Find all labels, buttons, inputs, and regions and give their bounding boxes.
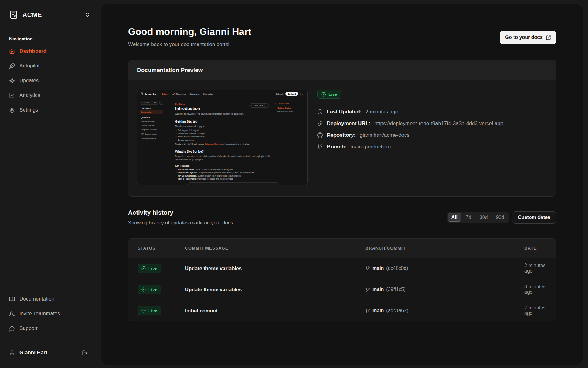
chevron-down-icon: ⌄ bbox=[161, 129, 162, 131]
sidebar-item-dashboard[interactable]: Dashboard bbox=[0, 44, 101, 59]
link-icon bbox=[317, 121, 323, 126]
check-circle-icon bbox=[141, 309, 146, 313]
check-circle-icon bbox=[141, 266, 146, 270]
nav-section-label: Navigation bbox=[9, 36, 92, 41]
col-commit-message: COMMIT MESSAGE bbox=[185, 246, 365, 251]
book-open-icon bbox=[9, 296, 15, 302]
row-date: 2 minutes ago bbox=[524, 263, 547, 274]
row-date: 3 minutes ago bbox=[524, 284, 547, 295]
gear-icon bbox=[9, 107, 15, 113]
col-date: DATE bbox=[524, 246, 547, 251]
commit-message: Initial commit bbox=[185, 308, 365, 314]
thumb-sidebar: Search... ⌘K Get Started Introduction Qu… bbox=[137, 98, 166, 185]
thumb-section-get-started: Get Started bbox=[140, 108, 163, 109]
thumb-nav-api-reference: API Reference bbox=[172, 93, 186, 95]
status-badge: Live bbox=[138, 264, 161, 273]
acme-logo-icon: d bbox=[9, 10, 18, 19]
status-badge: Live bbox=[138, 285, 161, 294]
org-switcher: d ACME bbox=[0, 9, 101, 21]
sidebar-item-autopilot[interactable]: Autopilot bbox=[0, 59, 101, 73]
live-status-badge: Live bbox=[317, 90, 341, 99]
page-subtitle: Welcome back to your documentation porta… bbox=[128, 41, 251, 48]
row-date: 7 minutes ago bbox=[524, 305, 547, 316]
sidebar-item-label: Documentation bbox=[19, 296, 54, 302]
devscribe-brand: devscribe bbox=[145, 93, 156, 95]
table-row: Live Update theme variables main(ac40c0d… bbox=[128, 258, 556, 279]
thumb-section-quickstart: Quickstart bbox=[140, 117, 163, 119]
commit-message: Update theme variables bbox=[185, 287, 365, 293]
thumb-h2-getting-started: Getting Started bbox=[175, 120, 307, 123]
sidebar-item-settings[interactable]: Settings bbox=[0, 103, 101, 117]
thumb-h2-what-is: What is DevScribe? bbox=[175, 150, 307, 153]
filter-90d[interactable]: 90d bbox=[492, 213, 508, 222]
branch-commit: main(ac40c0d) bbox=[365, 266, 524, 271]
sidebar-item-support[interactable]: Support bbox=[0, 321, 101, 336]
thumb-link-button-icon bbox=[159, 101, 163, 105]
activity-subtitle: Showing history of updates made on your … bbox=[128, 220, 233, 226]
custom-dates-button[interactable]: Custom dates bbox=[512, 211, 556, 224]
thumb-item-api-documentation: API Documentation bbox=[140, 132, 163, 136]
thumb-help-intro: This documentation will help you: bbox=[175, 125, 276, 128]
sidebar-item-label: Updates bbox=[19, 78, 39, 84]
sidebar-item-label: Invite Teammates bbox=[19, 311, 60, 317]
logout-icon[interactable] bbox=[82, 350, 88, 356]
filter-7d[interactable]: 7d bbox=[462, 213, 475, 222]
thumb-item-introduction: Introduction bbox=[140, 110, 163, 114]
thumb-copy-page-button: Copy page ⌄ bbox=[249, 103, 269, 108]
sidebar-item-documentation[interactable]: Documentation bbox=[0, 292, 101, 306]
github-icon bbox=[317, 132, 323, 138]
thumb-bullets: Set up your first project Understand the… bbox=[175, 129, 307, 141]
main-panel: Good morning, Gianni Hart Welcome back t… bbox=[101, 4, 583, 365]
go-to-docs-button[interactable]: Go to your docs bbox=[500, 31, 556, 44]
git-branch-icon bbox=[365, 287, 370, 292]
clock-icon bbox=[317, 109, 323, 115]
sidebar-item-label: Dashboard bbox=[19, 48, 47, 54]
sidebar-item-label: Analytics bbox=[19, 92, 40, 98]
thumb-quickstart-link: Quickstart Guide bbox=[205, 143, 220, 145]
sidebar-item-updates[interactable]: Updates bbox=[0, 73, 101, 88]
thumb-button-1: Button 1 bbox=[276, 93, 283, 95]
user-plus-icon bbox=[9, 311, 15, 317]
home-icon bbox=[9, 48, 15, 54]
date-filters: All 7d 30d 90d Custom dates bbox=[447, 211, 556, 224]
filter-30d[interactable]: 30d bbox=[476, 213, 492, 222]
status-badge: Live bbox=[138, 306, 161, 315]
page-title: Good morning, Gianni Hart bbox=[128, 26, 251, 37]
thumb-nav-changelog: Changelog bbox=[203, 93, 213, 95]
card-header: Documentation Preview bbox=[128, 60, 556, 80]
thumb-nav: Guides API Reference Resources Changelog bbox=[161, 93, 213, 95]
table-row: Live Update theme variables main(39ff1c5… bbox=[128, 279, 556, 300]
thumb-about: Devscribe is a modern documentation plat… bbox=[175, 155, 276, 162]
table-header: STATUS COMMIT MESSAGE BRANCH/COMMIT DATE bbox=[128, 239, 556, 258]
external-link-icon bbox=[546, 35, 551, 40]
chevron-up-down-icon[interactable] bbox=[85, 12, 90, 17]
meta-branch: Branch: main (production) bbox=[317, 144, 503, 150]
devscribe-logo: devscribe bbox=[140, 92, 156, 95]
thumb-intro: Welcome to DevScribe - the powerful docu… bbox=[175, 113, 276, 116]
check-circle-icon bbox=[321, 92, 326, 97]
sidebar-item-label: Autopilot bbox=[19, 63, 40, 69]
thumb-feature-bullets: Markdown-based: Write content in familia… bbox=[175, 168, 307, 180]
feather-icon bbox=[9, 63, 15, 69]
thumb-item-docs-json-guide: docs.json Guide bbox=[140, 123, 163, 127]
thumb-search-kbd: ⌘K bbox=[153, 102, 157, 104]
user-name: Gianni Hart bbox=[19, 350, 47, 356]
sidebar-item-analytics[interactable]: Analytics bbox=[0, 88, 101, 103]
sparkles-icon bbox=[9, 78, 15, 84]
meta-last-updated: Last Updated: 2 minutes ago bbox=[317, 109, 503, 115]
thumb-search-input: Search... ⌘K bbox=[140, 101, 158, 105]
sidebar-item-invite-teammates[interactable]: Invite Teammates bbox=[0, 306, 101, 321]
thumb-ready-line: Ready to dive in? Check out our Quicksta… bbox=[175, 143, 276, 146]
git-branch-icon bbox=[365, 266, 370, 271]
card-title: Documentation Preview bbox=[137, 67, 203, 74]
secondary-nav: Documentation Invite Teammates Support bbox=[0, 292, 101, 336]
thumb-bottom-bar bbox=[187, 182, 279, 185]
deployment-url-link[interactable]: https://deployment-repo-f9ab17f4-3a3b-4d… bbox=[375, 121, 503, 127]
thumb-h3-key-features: Key Features bbox=[175, 164, 307, 167]
filter-all[interactable]: All bbox=[448, 213, 461, 222]
thumb-button-2: Button 2 bbox=[285, 92, 298, 96]
thumb-toc-what-is: What is DevScribe? bbox=[275, 109, 304, 113]
col-status: STATUS bbox=[138, 246, 185, 251]
user-profile: Gianni Hart bbox=[0, 345, 101, 360]
meta-repository: Repository: giannihart/acme-docs bbox=[317, 132, 503, 138]
